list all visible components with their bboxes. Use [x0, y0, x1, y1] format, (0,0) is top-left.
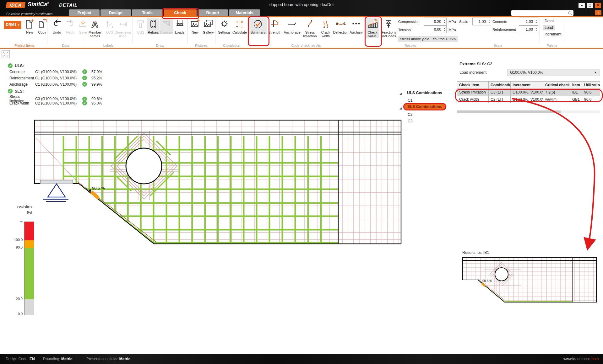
- search-box[interactable]: [511, 10, 573, 16]
- stress-limitation-button[interactable]: Stress limitation: [302, 18, 318, 38]
- uls-combinations-header[interactable]: ULS Combinations: [407, 91, 442, 95]
- new-item-button[interactable]: New: [23, 18, 36, 34]
- redo-button[interactable]: Redo: [64, 18, 77, 34]
- tension-input[interactable]: 0.00 ▲▼: [424, 25, 447, 33]
- search-input[interactable]: [511, 11, 568, 15]
- website-tld: .com: [590, 357, 599, 361]
- tension-value: 0.00: [424, 27, 443, 32]
- palette-load-button[interactable]: Load: [543, 25, 555, 30]
- tab-tools[interactable]: Tools: [132, 9, 163, 16]
- close-button[interactable]: ✕: [595, 3, 601, 8]
- deflection-button[interactable]: Deflection: [333, 18, 348, 34]
- units-value: Metric: [119, 357, 130, 361]
- info-button[interactable]: i: [595, 10, 601, 15]
- scrollbar-thumb[interactable]: [457, 110, 561, 113]
- diagram-button[interactable]: Diagram: [160, 18, 173, 34]
- annotation-arrow-path: [512, 99, 595, 247]
- row-name: Reinforcement: [9, 76, 35, 80]
- member-names-button[interactable]: A Member names: [85, 18, 104, 38]
- mini-opening-circle: [495, 268, 508, 281]
- combination-item-c1[interactable]: C1: [408, 98, 412, 103]
- css-button[interactable]: CSS: [135, 18, 146, 34]
- pink-grid-verticals-dense: [342, 120, 399, 244]
- cell-critical-check: 7.2(5): [543, 89, 570, 96]
- auxiliary-label: Auxiliary: [350, 30, 363, 34]
- maximize-button[interactable]: □: [587, 3, 593, 8]
- table-row-crack-width[interactable]: Crack width C2 (LT) G100.0%, V100.0% w/w…: [457, 96, 600, 103]
- cell-combination: C2 (LT): [489, 96, 511, 103]
- max-utilization-mark: [91, 192, 99, 198]
- reinforcement-scale-input[interactable]: 1.00 ▲▼: [519, 25, 538, 33]
- check-passed-icon: ✓: [82, 101, 87, 105]
- col-check-item[interactable]: Check item: [457, 82, 489, 89]
- auxiliary-button[interactable]: Auxiliary: [349, 18, 363, 34]
- tab-report[interactable]: Report: [198, 9, 228, 16]
- table-row-stress-limitation[interactable]: Stress limitation C3 (LT) G100.0%, V100.…: [457, 89, 600, 96]
- stress-above-yield-toggle[interactable]: Stress above yield: [398, 36, 432, 42]
- cell-utilization: 90.6: [582, 89, 600, 96]
- check-value-label: Check value: [366, 30, 379, 38]
- strength-label: Strength: [268, 30, 281, 34]
- sls-combinations-header[interactable]: SLS Combinations: [403, 103, 446, 110]
- rebars-button[interactable]: Rebars: [147, 18, 160, 34]
- copy-item-button[interactable]: Copy: [36, 18, 48, 34]
- svg-text:=: =: [241, 24, 243, 29]
- tension-unit: MPa: [448, 28, 456, 32]
- summary-button[interactable]: Summary: [249, 18, 267, 34]
- spinner-arrows-icon[interactable]: ▲▼: [487, 19, 491, 24]
- fit-view-button[interactable]: ↖↗↙↘: [2, 50, 10, 58]
- loads-button[interactable]: Loads: [173, 18, 186, 34]
- tab-project[interactable]: Project: [69, 9, 100, 16]
- project-item-selector[interactable]: DRM1▾: [4, 21, 21, 29]
- compression-input[interactable]: -0.20 ▲▼: [424, 18, 447, 25]
- palette-detail-button[interactable]: Detail: [543, 18, 556, 24]
- ribbon-separator: [540, 18, 540, 43]
- lcs-button[interactable]: LCS: [105, 18, 114, 34]
- row-value: 96.0%: [87, 101, 102, 105]
- tab-materials[interactable]: Materials: [229, 9, 260, 16]
- spinner-arrows-icon[interactable]: ▲▼: [443, 19, 446, 24]
- spinner-arrows-icon[interactable]: ▲▼: [443, 27, 446, 31]
- anchorage-button[interactable]: Anchorage: [283, 18, 301, 34]
- dimension-lines-icon: [117, 18, 128, 30]
- spinner-arrows-icon[interactable]: ▲▼: [535, 19, 538, 24]
- main-beam-drawing[interactable]: 90.6 %: [31, 119, 404, 254]
- dimension-lines-button[interactable]: Dimension lines: [114, 18, 132, 38]
- combination-item-c2[interactable]: C2: [408, 112, 412, 117]
- col-increment[interactable]: Increment: [511, 82, 543, 89]
- combination-item-c3[interactable]: C3: [408, 119, 412, 123]
- reactions-button[interactable]: Reactions and loads: [380, 18, 397, 38]
- tree-expander-uls[interactable]: ◢: [399, 92, 402, 95]
- gallery-button[interactable]: Gallery: [202, 18, 215, 34]
- load-increment-dropdown[interactable]: G100.0%, V100.0% ▼: [507, 69, 600, 76]
- status-rounding: Rounding: Metric: [43, 357, 72, 361]
- strength-button[interactable]: Strength: [267, 18, 282, 34]
- ribbon-separator: [248, 18, 248, 43]
- picture-new-button[interactable]: New: [189, 18, 201, 34]
- col-critical-check[interactable]: Critical check: [543, 82, 570, 89]
- spinner-arrows-icon[interactable]: ▲▼: [535, 27, 538, 31]
- compression-label: Compression: [398, 20, 420, 24]
- tree-expander-sls[interactable]: ◢: [399, 107, 402, 110]
- legend-seg-ok: [24, 248, 34, 299]
- undo-button[interactable]: Undo: [50, 18, 63, 34]
- concrete-scale-input[interactable]: 1.00 ▲▼: [519, 18, 538, 25]
- col-utilization[interactable]: Utilization: [582, 82, 600, 89]
- website-link[interactable]: www.ideastatica.com: [563, 357, 599, 361]
- results-for-label: Results for: IB1: [462, 250, 489, 255]
- palette-increment-button[interactable]: Increment: [543, 31, 563, 37]
- table-horizontal-scrollbar[interactable]: [457, 110, 600, 113]
- tab-design[interactable]: Design: [100, 9, 131, 16]
- col-combination[interactable]: Combination: [489, 82, 511, 89]
- settings-button[interactable]: Settings: [217, 18, 231, 34]
- mini-beam-drawing[interactable]: 90.6 %: [462, 257, 597, 304]
- tab-check[interactable]: Check: [164, 9, 197, 16]
- minimize-button[interactable]: –: [579, 3, 585, 8]
- concrete-scale-value: 1.00: [519, 19, 535, 24]
- calculate-button[interactable]: +×÷= Calculate: [232, 18, 247, 34]
- check-value-button[interactable]: % Check value: [366, 18, 379, 38]
- tb-fbd-toggle[interactable]: τb / fbd > 95%: [431, 36, 458, 42]
- col-item[interactable]: Item: [570, 82, 582, 89]
- result-scale-input[interactable]: 1.00 ▲▼: [472, 18, 491, 25]
- crack-width-button[interactable]: Crack width: [319, 18, 333, 38]
